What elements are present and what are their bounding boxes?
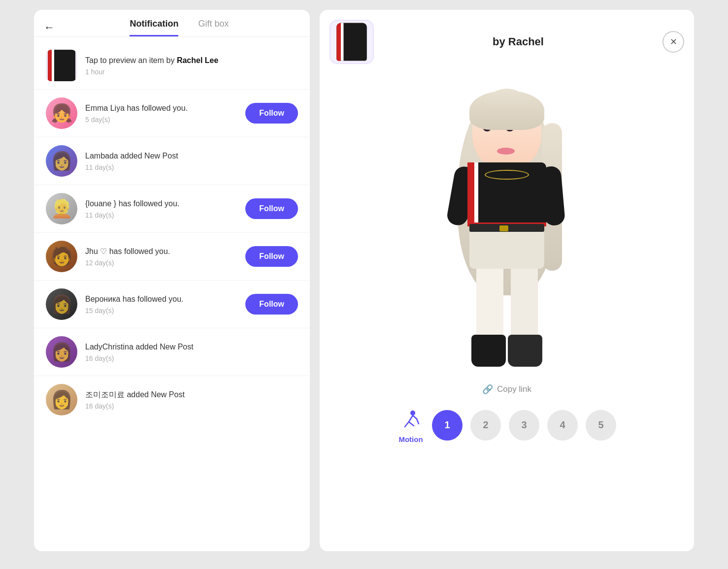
list-item: 👧 Emma Liya has followed you. 5 day(s) F… xyxy=(34,90,310,137)
avatar: 👩 xyxy=(46,288,77,320)
page-button-5[interactable]: 5 xyxy=(586,410,616,441)
page-button-3[interactable]: 3 xyxy=(509,410,539,441)
svg-line-1 xyxy=(409,415,413,422)
avatar: 👱 xyxy=(46,193,77,224)
right-header: by Rachel ✕ xyxy=(330,20,684,64)
notification-time: 15 day(s) xyxy=(85,307,237,315)
svg-line-2 xyxy=(405,422,409,427)
shorts xyxy=(469,229,544,269)
header: ← Notification Gift box xyxy=(34,10,310,36)
copy-link-button[interactable]: 🔗 Copy link xyxy=(482,384,531,395)
avatar-icon: 👩 xyxy=(51,151,73,171)
notification-message: LadyChristina added New Post xyxy=(85,342,298,352)
list-item: 👩 조미조미료 added New Post 16 day(s) xyxy=(34,376,310,423)
notification-message: Tap to preview an item by Rachel Lee xyxy=(85,55,298,66)
list-item: 👩 LadyChristina added New Post 16 day(s) xyxy=(34,328,310,376)
notification-time: 5 day(s) xyxy=(85,116,237,124)
notification-message: Вероника has followed you. xyxy=(85,294,237,305)
notification-message: {louane } has followed you. xyxy=(85,198,237,209)
belt-buckle xyxy=(499,225,508,231)
list-item: 👩 Lambada added New Post 11 day(s) xyxy=(34,137,310,185)
follow-button[interactable]: Follow xyxy=(245,198,298,219)
notification-time: 11 day(s) xyxy=(85,211,237,219)
item-preview-thumbnail xyxy=(330,20,374,64)
notification-text: LadyChristina added New Post 16 day(s) xyxy=(85,342,298,362)
svg-point-0 xyxy=(410,411,415,415)
jacket-stripe-red xyxy=(467,162,474,226)
avatar-icon: 👩 xyxy=(51,342,73,362)
avatar xyxy=(46,50,77,81)
notification-time: 16 day(s) xyxy=(85,402,298,410)
notification-time: 11 day(s) xyxy=(85,163,298,171)
follow-button[interactable]: Follow xyxy=(245,294,298,315)
avatar-icon: 👱 xyxy=(51,198,73,219)
lips xyxy=(497,148,515,155)
link-icon: 🔗 xyxy=(482,384,493,395)
left-panel: ← Notification Gift box Tap to preview a… xyxy=(34,10,310,551)
tab-bar: Notification Gift box xyxy=(59,19,300,36)
right-panel: by Rachel ✕ xyxy=(320,10,694,551)
svg-line-4 xyxy=(413,415,417,419)
item-thumbnail-icon xyxy=(48,50,75,81)
avatar-icon: 🧑 xyxy=(51,246,73,267)
back-button[interactable]: ← xyxy=(44,19,59,36)
list-item: 🧑 Jhu ♡ has followed you. 12 day(s) Foll… xyxy=(34,233,310,281)
notification-message: Lambada added New Post xyxy=(85,151,298,161)
page-button-4[interactable]: 4 xyxy=(547,410,578,441)
list-item: 👱 {louane } has followed you. 11 day(s) … xyxy=(34,185,310,233)
list-item: 👩 Вероника has followed you. 15 day(s) F… xyxy=(34,281,310,328)
avatar: 👩 xyxy=(46,384,77,415)
notification-text: Tap to preview an item by Rachel Lee 1 h… xyxy=(85,55,298,76)
boot-right xyxy=(508,335,542,367)
avatar-figure xyxy=(438,84,576,369)
notification-message: Jhu ♡ has followed you. xyxy=(85,246,237,257)
bottom-controls: Motion 1 2 3 4 5 xyxy=(397,407,616,443)
motion-button[interactable]: Motion xyxy=(397,407,424,443)
avatar-icon: 👧 xyxy=(51,103,73,124)
avatar-3d-display xyxy=(413,74,600,379)
jacket-stripe-white xyxy=(474,162,478,226)
notification-time: 1 hour xyxy=(85,68,298,76)
close-button[interactable]: ✕ xyxy=(662,31,684,53)
notification-text: 조미조미료 added New Post 16 day(s) xyxy=(85,389,298,410)
page-button-2[interactable]: 2 xyxy=(470,410,501,441)
svg-line-3 xyxy=(409,422,414,426)
notification-text: {louane } has followed you. 11 day(s) xyxy=(85,198,237,219)
svg-line-5 xyxy=(417,419,419,424)
avatar: 👩 xyxy=(46,145,77,177)
page-title: by Rachel xyxy=(374,35,662,48)
avatar-icon: 👩 xyxy=(51,389,73,410)
notification-text: Вероника has followed you. 15 day(s) xyxy=(85,294,237,315)
necklace-chain xyxy=(485,170,529,180)
boot-left xyxy=(471,335,506,367)
avatar: 👩 xyxy=(46,336,77,368)
avatar: 👧 xyxy=(46,97,77,129)
notification-text: Emma Liya has followed you. 5 day(s) xyxy=(85,103,237,124)
notification-text: Jhu ♡ has followed you. 12 day(s) xyxy=(85,246,237,267)
notification-time: 12 day(s) xyxy=(85,259,237,267)
follow-button[interactable]: Follow xyxy=(245,103,298,124)
notification-message: 조미조미료 added New Post xyxy=(85,389,298,400)
list-item: Tap to preview an item by Rachel Lee 1 h… xyxy=(34,42,310,90)
jacket-icon xyxy=(336,23,367,61)
follow-button[interactable]: Follow xyxy=(245,246,298,267)
tab-giftbox[interactable]: Gift box xyxy=(198,19,229,36)
avatar: 🧑 xyxy=(46,241,77,272)
motion-label: Motion xyxy=(398,435,423,443)
tab-notification[interactable]: Notification xyxy=(130,19,178,36)
notification-text: Lambada added New Post 11 day(s) xyxy=(85,151,298,171)
page-button-1[interactable]: 1 xyxy=(432,410,463,441)
notification-time: 16 day(s) xyxy=(85,354,298,362)
hair-top xyxy=(469,91,544,130)
notification-message: Emma Liya has followed you. xyxy=(85,103,237,114)
avatar-icon: 👩 xyxy=(51,294,73,315)
notification-list: Tap to preview an item by Rachel Lee 1 h… xyxy=(34,37,310,428)
copy-link-label: Copy link xyxy=(497,384,531,394)
motion-icon xyxy=(397,407,424,433)
